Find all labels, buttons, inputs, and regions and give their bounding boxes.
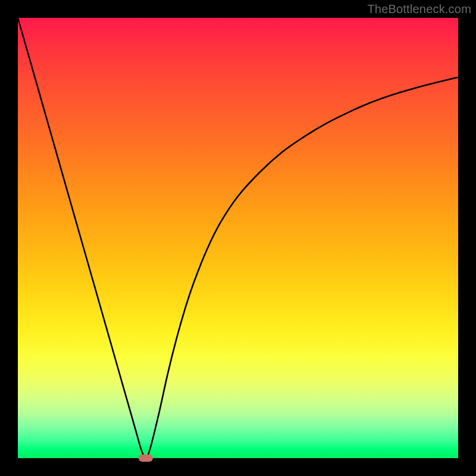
min-marker — [139, 455, 153, 462]
chart-frame: TheBottleneck.com — [0, 0, 476, 476]
plot-area — [18, 18, 458, 458]
curve-layer — [18, 18, 458, 458]
curve-path — [18, 18, 458, 458]
watermark-text: TheBottleneck.com — [367, 2, 471, 16]
